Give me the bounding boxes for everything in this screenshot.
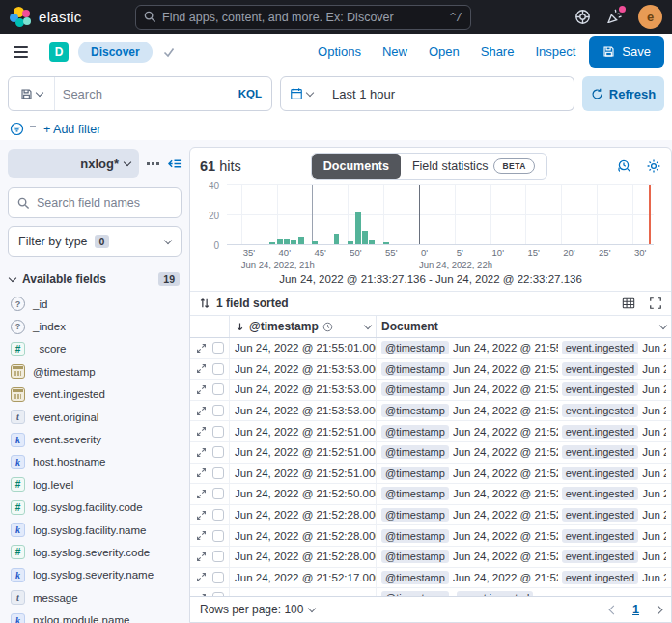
available-fields-toggle[interactable]: Available fields 19 xyxy=(10,272,180,286)
histogram-bar[interactable] xyxy=(355,212,361,244)
row-checkbox[interactable] xyxy=(212,488,224,499)
row-checkbox[interactable] xyxy=(212,342,224,354)
timestamp-cell[interactable]: Jun 24, 2022 @ 21:53:53.000 xyxy=(229,401,376,421)
field-item[interactable]: ?_id xyxy=(8,293,182,315)
row-checkbox[interactable] xyxy=(212,426,224,438)
histogram-bar[interactable] xyxy=(277,239,283,244)
filter-by-type-dropdown[interactable]: Filter by type 0 xyxy=(8,226,182,257)
row-checkbox[interactable] xyxy=(212,446,224,458)
expand-row-icon[interactable] xyxy=(196,447,207,458)
header-document-column[interactable]: Document xyxy=(376,316,671,337)
expand-row-icon[interactable] xyxy=(196,552,207,562)
field-item[interactable]: klog.syslog.facility.name xyxy=(8,519,182,541)
expand-row-icon[interactable] xyxy=(196,467,207,478)
document-cell[interactable]: @timestamp Jun 24, 2022 @ 21:55:01.000 e… xyxy=(376,338,671,358)
expand-row-icon[interactable] xyxy=(196,384,207,395)
toolbar-link-open[interactable]: Open xyxy=(429,44,460,59)
field-item[interactable]: knxlog.module.name xyxy=(8,609,182,623)
toolbar-link-new[interactable]: New xyxy=(382,44,407,59)
field-item[interactable]: #log.syslog.facility.code xyxy=(8,496,182,519)
add-filter-link[interactable]: + Add filter xyxy=(43,123,100,136)
histogram-bar[interactable] xyxy=(369,240,375,244)
document-cell[interactable]: @timestamp event.ingested xyxy=(376,588,671,596)
rows-per-page-button[interactable]: Rows per page: 100 xyxy=(200,603,315,616)
expand-row-icon[interactable] xyxy=(196,489,207,499)
field-item[interactable]: event.ingested xyxy=(8,383,182,406)
previous-page-icon[interactable] xyxy=(609,605,619,614)
histogram-bar[interactable] xyxy=(334,234,340,244)
global-search-input[interactable] xyxy=(162,11,444,24)
field-search-input[interactable] xyxy=(37,196,172,210)
document-cell[interactable]: @timestamp Jun 24, 2022 @ 21:52:51.000 e… xyxy=(376,421,671,441)
histogram-bar[interactable] xyxy=(284,239,290,244)
filter-menu-icon[interactable] xyxy=(10,122,24,136)
toolbar-link-options[interactable]: Options xyxy=(318,44,361,59)
field-item[interactable]: tmessage xyxy=(8,586,182,609)
field-item[interactable]: #log.syslog.severity.code xyxy=(8,541,182,563)
newsfeed-icon[interactable] xyxy=(606,9,623,25)
timestamp-cell[interactable]: Jun 24, 2022 @ 21:52:28.000 xyxy=(229,547,376,567)
global-search[interactable]: ^/ xyxy=(135,5,471,30)
field-item[interactable]: @timestamp xyxy=(8,360,182,382)
field-options-icon[interactable] xyxy=(145,160,161,167)
document-cell[interactable]: @timestamp Jun 24, 2022 @ 21:53:53.000 e… xyxy=(376,401,671,421)
breadcrumb[interactable]: Discover xyxy=(78,42,153,63)
expand-row-icon[interactable] xyxy=(196,510,207,521)
field-search[interactable] xyxy=(8,187,182,218)
row-checkbox[interactable] xyxy=(212,572,224,583)
document-cell[interactable]: @timestamp Jun 24, 2022 @ 21:52:28.000 e… xyxy=(376,505,671,525)
toolbar-link-inspect[interactable]: Inspect xyxy=(535,44,575,59)
display-options-icon[interactable] xyxy=(622,297,635,310)
field-item[interactable]: khost.hostname xyxy=(8,451,182,473)
column-menu-chevron[interactable] xyxy=(364,321,372,328)
timestamp-cell[interactable]: Jun 24, 2022 @ 21:52:17.000 xyxy=(229,568,376,588)
header-timestamp-column[interactable]: @timestamp xyxy=(229,316,376,337)
field-item[interactable]: klog.syslog.severity.name xyxy=(8,564,182,586)
histogram-bar[interactable] xyxy=(298,237,304,244)
histogram-bar[interactable] xyxy=(312,241,318,244)
elastic-logo[interactable]: elastic xyxy=(10,7,135,28)
row-checkbox[interactable] xyxy=(212,530,224,542)
expand-row-icon[interactable] xyxy=(196,572,207,582)
histogram-bar[interactable] xyxy=(269,242,275,244)
row-checkbox[interactable] xyxy=(212,551,224,562)
document-cell[interactable]: @timestamp Jun 24, 2022 @ 21:52:28.000 e… xyxy=(376,547,671,567)
timestamp-cell[interactable]: Jun 24, 2022 @ 21:55:01.000 xyxy=(229,338,376,358)
chart-options-gear-icon[interactable] xyxy=(646,158,661,174)
tab-field-statistics[interactable]: Field statistics BETA xyxy=(401,154,546,179)
search-session-icon[interactable] xyxy=(617,158,632,174)
document-cell[interactable]: @timestamp Jun 24, 2022 @ 21:52:51.000 e… xyxy=(376,464,671,484)
sorted-fields-button[interactable]: 1 field sorted xyxy=(216,297,289,310)
timestamp-cell[interactable]: Jun 24, 2022 @ 21:52:51.000 xyxy=(229,421,376,441)
field-item[interactable]: ?_index xyxy=(8,315,182,337)
expand-row-icon[interactable] xyxy=(196,426,207,437)
histogram-bar[interactable] xyxy=(348,241,353,244)
menu-icon[interactable] xyxy=(8,42,34,62)
field-item[interactable]: kevent.severity xyxy=(8,428,182,450)
expand-row-icon[interactable] xyxy=(196,530,207,541)
page-number[interactable]: 1 xyxy=(632,603,639,616)
row-checkbox[interactable] xyxy=(212,383,224,395)
collapse-sidebar-icon[interactable] xyxy=(167,156,182,171)
column-menu-chevron[interactable] xyxy=(659,321,667,328)
row-checkbox[interactable] xyxy=(212,405,224,416)
app-badge[interactable]: D xyxy=(49,42,69,62)
timestamp-cell[interactable]: Jun 24, 2022 @ 21:52:51.000 xyxy=(229,464,376,484)
timestamp-cell[interactable]: Jun 24, 2022 @ 21:53:53.000 xyxy=(229,380,376,400)
user-avatar[interactable]: e xyxy=(638,5,662,29)
refresh-button[interactable]: Refresh xyxy=(582,76,664,111)
save-button[interactable]: Save xyxy=(589,36,664,68)
guided-setup-icon[interactable] xyxy=(574,9,591,25)
fullscreen-icon[interactable] xyxy=(649,297,662,310)
timestamp-cell[interactable]: Jun 24, 2022 @ 21:52:28.000 xyxy=(229,525,376,546)
document-cell[interactable]: @timestamp Jun 24, 2022 @ 21:52:51.000 e… xyxy=(376,442,671,463)
toolbar-link-share[interactable]: Share xyxy=(481,44,515,59)
row-checkbox[interactable] xyxy=(212,509,224,521)
next-page-icon[interactable] xyxy=(654,605,663,614)
expand-row-icon[interactable] xyxy=(196,363,207,374)
expand-row-icon[interactable] xyxy=(196,406,207,416)
timestamp-cell[interactable]: Jun 24, 2022 @ 21:53:53.000 xyxy=(229,359,376,380)
timestamp-cell[interactable]: Jun 24, 2022 @ 21:52:51.000 xyxy=(229,442,376,463)
row-checkbox[interactable] xyxy=(212,467,224,479)
query-input[interactable] xyxy=(63,87,233,101)
